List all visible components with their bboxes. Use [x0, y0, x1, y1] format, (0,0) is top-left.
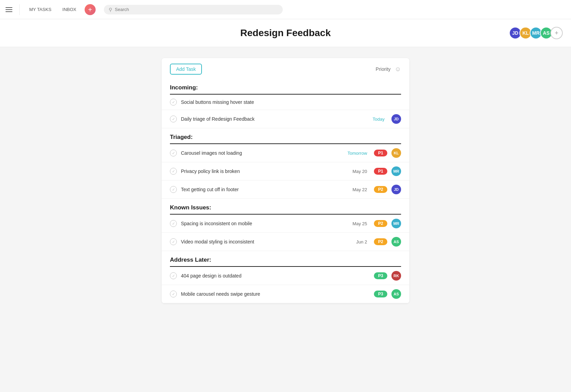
task-date: Tomorrow [347, 151, 367, 156]
task-checkbox[interactable]: ✓ [170, 186, 177, 193]
priority-badge-p3: P3 [374, 291, 387, 297]
task-avatar: JD [391, 114, 401, 124]
toolbar-right: Priority ☺ [376, 66, 401, 73]
task-date: May 20 [353, 169, 367, 174]
task-checkbox[interactable]: ✓ [170, 291, 177, 297]
task-avatar: AS [391, 289, 401, 299]
task-row[interactable]: ✓ Text getting cut off in footer May 22 … [162, 181, 409, 199]
search-icon: ⚲ [109, 7, 112, 12]
priority-badge-p2: P2 [374, 238, 387, 245]
task-date: May 25 [353, 221, 367, 226]
task-date: Today [373, 117, 385, 122]
priority-badge-p1: P1 [374, 168, 387, 175]
task-toolbar: Add Task Priority ☺ [162, 58, 409, 79]
task-row[interactable]: ✓ Spacing is inconsistent on mobile May … [162, 215, 409, 233]
task-checkbox[interactable]: ✓ [170, 99, 177, 106]
search-bar: ⚲ [104, 5, 283, 14]
task-row[interactable]: ✓ 404 page design is outdated P3 RK [162, 267, 409, 285]
task-avatar: RK [391, 271, 401, 281]
priority-badge-p3: P3 [374, 272, 387, 279]
section-header-triaged: Triaged: [162, 128, 409, 143]
task-date: Jun 2 [356, 239, 367, 244]
section-header-known-issues: Known Issues: [162, 199, 409, 214]
task-date: May 22 [353, 187, 367, 192]
add-button[interactable]: + [85, 4, 96, 15]
task-row[interactable]: ✓ Privacy policy link is broken May 20 P… [162, 162, 409, 181]
task-panel: Add Task Priority ☺ Incoming: ✓ Social b… [162, 58, 409, 303]
section-header-address-later: Address Later: [162, 251, 409, 266]
my-tasks-link[interactable]: MY TASKS [26, 6, 54, 13]
member-avatars: JD KL MR AS + [509, 27, 563, 39]
task-name: Mobile carousel needs swipe gesture [181, 291, 370, 297]
task-name: Spacing is inconsistent on mobile [181, 221, 348, 226]
section-triaged: Triaged: ✓ Carousel images not loading T… [162, 128, 409, 199]
project-title: Redesign Feedback [0, 28, 571, 39]
search-input[interactable] [115, 7, 278, 12]
task-checkbox[interactable]: ✓ [170, 272, 177, 279]
inbox-link[interactable]: INBOX [60, 6, 79, 13]
priority-badge-p1: P1 [374, 150, 387, 156]
priority-label: Priority [376, 66, 391, 72]
task-avatar: MR [391, 166, 401, 176]
task-checkbox[interactable]: ✓ [170, 150, 177, 156]
section-header-incoming: Incoming: [162, 79, 409, 94]
task-avatar: AS [391, 237, 401, 247]
task-name: Privacy policy link is broken [181, 168, 348, 174]
task-row[interactable]: ✓ Carousel images not loading Tomorrow P… [162, 144, 409, 162]
task-row[interactable]: ✓ Social buttons missing hover state [162, 95, 409, 110]
task-row[interactable]: ✓ Mobile carousel needs swipe gesture P3… [162, 285, 409, 303]
task-name: 404 page design is outdated [181, 273, 370, 279]
task-checkbox[interactable]: ✓ [170, 238, 177, 245]
section-address-later: Address Later: ✓ 404 page design is outd… [162, 251, 409, 303]
task-name: Daily triage of Redesign Feedback [181, 116, 368, 122]
priority-badge-p2: P2 [374, 220, 387, 227]
task-avatar: JD [391, 185, 401, 194]
add-member-button[interactable]: + [550, 27, 563, 39]
task-row[interactable]: ✓ Daily triage of Redesign Feedback Toda… [162, 110, 409, 128]
add-task-button[interactable]: Add Task [170, 64, 202, 75]
task-avatar: KL [391, 148, 401, 158]
nav-divider [19, 4, 20, 15]
task-checkbox[interactable]: ✓ [170, 220, 177, 227]
task-name: Video modal styling is inconsistent [181, 239, 352, 244]
section-known-issues: Known Issues: ✓ Spacing is inconsistent … [162, 199, 409, 251]
task-name: Text getting cut off in footer [181, 187, 348, 192]
task-checkbox[interactable]: ✓ [170, 116, 177, 122]
task-name: Carousel images not loading [181, 150, 343, 156]
task-avatar: MR [391, 219, 401, 228]
task-row[interactable]: ✓ Video modal styling is inconsistent Ju… [162, 233, 409, 251]
task-name: Social buttons missing hover state [181, 99, 401, 105]
priority-badge-p2: P2 [374, 186, 387, 193]
hamburger-icon[interactable] [6, 7, 12, 12]
person-icon[interactable]: ☺ [395, 66, 401, 73]
task-checkbox[interactable]: ✓ [170, 168, 177, 175]
project-header: Redesign Feedback JD KL MR AS + [0, 19, 571, 47]
top-nav: MY TASKS INBOX + ⚲ [0, 0, 571, 19]
section-incoming: Incoming: ✓ Social buttons missing hover… [162, 79, 409, 128]
main-content: Add Task Priority ☺ Incoming: ✓ Social b… [0, 47, 571, 314]
